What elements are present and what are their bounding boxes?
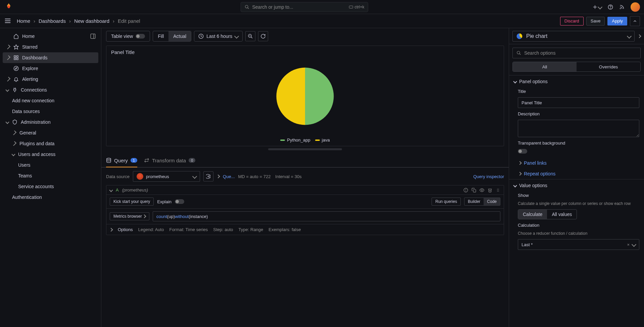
- nav-explore[interactable]: Explore: [3, 63, 98, 74]
- options-label[interactable]: Options: [118, 227, 133, 232]
- section-panel-links[interactable]: Panel links: [509, 158, 644, 168]
- clear-icon[interactable]: ×: [627, 242, 630, 247]
- nav-data-sources[interactable]: Data sources: [3, 106, 98, 117]
- save-button[interactable]: Save: [586, 17, 605, 25]
- nav-starred[interactable]: Starred: [3, 42, 98, 52]
- transparent-toggle[interactable]: [518, 149, 527, 154]
- datasource-settings-button[interactable]: [203, 171, 213, 181]
- menu-toggle-icon[interactable]: [4, 17, 12, 25]
- visualization-picker[interactable]: Pie chart: [512, 31, 635, 42]
- chevron-right-icon[interactable]: [109, 228, 113, 231]
- calculate-option[interactable]: Calculate: [518, 210, 547, 219]
- svg-point-24: [107, 158, 111, 159]
- nav-service-accounts[interactable]: Service accounts: [3, 181, 98, 192]
- time-range-picker[interactable]: Last 6 hours: [194, 31, 243, 42]
- nav-home[interactable]: Home: [3, 31, 98, 42]
- nav-plugins[interactable]: Plugins and data: [3, 138, 98, 149]
- nav-alerting[interactable]: Alerting: [3, 74, 98, 85]
- global-search[interactable]: Search or jump to... ctrl+k: [241, 2, 368, 12]
- database-icon: [106, 158, 111, 163]
- nav-users-access[interactable]: Users and access: [3, 149, 98, 160]
- options-search[interactable]: Search options: [512, 48, 641, 58]
- panel-toolbar: Table view Fill Actual Last 6 hours: [101, 28, 509, 44]
- kick-start-button[interactable]: Kick start your query: [110, 198, 154, 206]
- home-icon: [13, 34, 19, 39]
- duplicate-icon[interactable]: [472, 188, 476, 193]
- chevron-right-icon[interactable]: [637, 34, 641, 38]
- svg-point-34: [498, 190, 499, 190]
- eye-icon[interactable]: [480, 188, 484, 193]
- chevron-right-icon: [12, 141, 16, 146]
- breadcrumb-new-dashboard[interactable]: New dashboard: [74, 18, 109, 24]
- nav-add-connection[interactable]: Add new connection: [3, 95, 98, 106]
- show-toggle[interactable]: Calculate All values: [518, 209, 577, 219]
- all-values-option[interactable]: All values: [547, 210, 577, 219]
- legend-item[interactable]: Python_app: [280, 138, 310, 143]
- nav-connections[interactable]: Connections: [3, 85, 98, 95]
- query-inspector-link[interactable]: Query inspector: [473, 174, 504, 179]
- apply-button[interactable]: Apply: [607, 17, 627, 25]
- news-icon[interactable]: [619, 4, 625, 10]
- nav-administration[interactable]: Administration: [3, 117, 98, 127]
- builder-option[interactable]: Builder: [464, 198, 484, 205]
- tab-all[interactable]: All: [513, 62, 577, 71]
- undock-icon[interactable]: [88, 32, 98, 41]
- help-icon[interactable]: [463, 188, 468, 193]
- promql-input[interactable]: count(up) without(instance): [153, 211, 500, 221]
- exemplars-option: Exemplars: false: [268, 227, 301, 232]
- section-value-options[interactable]: Value options: [509, 179, 644, 192]
- que-link[interactable]: Que...: [223, 174, 235, 179]
- fill-actual-toggle[interactable]: Fill Actual: [153, 31, 191, 42]
- section-panel-options[interactable]: Panel options: [509, 75, 644, 88]
- query-hint: (prometheus): [122, 187, 148, 193]
- query-meta: MD = auto = 722 Interval = 30s: [238, 174, 302, 179]
- nav-general[interactable]: General: [3, 127, 98, 138]
- table-view-toggle[interactable]: Table view: [106, 31, 150, 42]
- add-menu[interactable]: [592, 4, 602, 10]
- actual-option[interactable]: Actual: [168, 31, 191, 41]
- datasource-label: Data source: [106, 174, 130, 179]
- drag-handle-icon[interactable]: [496, 188, 500, 193]
- tab-count: 0: [189, 158, 195, 163]
- datasource-name: prometheus: [146, 174, 169, 179]
- metrics-browser-button[interactable]: Metrics browser: [110, 212, 149, 220]
- breadcrumb-home[interactable]: Home: [17, 18, 30, 24]
- svg-line-1: [247, 7, 249, 9]
- trash-icon[interactable]: [488, 188, 492, 193]
- zoom-out-button[interactable]: [245, 31, 255, 41]
- tab-query[interactable]: Query 1: [106, 154, 137, 167]
- collapse-panel-icon[interactable]: [630, 16, 640, 26]
- grafana-logo-icon[interactable]: [4, 2, 13, 12]
- fill-option[interactable]: Fill: [153, 31, 168, 41]
- legend-item[interactable]: java: [315, 138, 330, 143]
- nav-teams[interactable]: Teams: [3, 170, 98, 181]
- legend-label: java: [322, 138, 330, 143]
- scrollbar[interactable]: [268, 148, 342, 150]
- breadcrumb-dashboards[interactable]: Dashboards: [39, 18, 66, 24]
- tab-overrides[interactable]: Overrides: [577, 62, 640, 71]
- calculation-select[interactable]: Last * ×: [518, 239, 639, 250]
- discard-button[interactable]: Discard: [560, 17, 584, 25]
- title-input[interactable]: [518, 97, 639, 108]
- section-repeat-options[interactable]: Repeat options: [509, 168, 644, 179]
- datasource-picker[interactable]: prometheus: [133, 171, 200, 182]
- svg-rect-17: [16, 58, 18, 60]
- chevron-down-icon: [632, 242, 636, 247]
- help-icon[interactable]: [608, 4, 613, 10]
- tab-transform[interactable]: Transform data 0: [144, 154, 195, 167]
- description-input[interactable]: [518, 120, 639, 137]
- chevron-down-icon[interactable]: [109, 188, 113, 192]
- code-option[interactable]: Code: [484, 198, 500, 205]
- chevron-down-icon: [192, 174, 197, 179]
- chevron-right-icon[interactable]: [216, 174, 220, 178]
- user-avatar[interactable]: [631, 2, 640, 12]
- nav-dashboards[interactable]: Dashboards: [3, 52, 98, 63]
- svg-point-28: [466, 191, 466, 191]
- nav-authentication[interactable]: Authentication: [3, 192, 98, 203]
- options-tabs[interactable]: All Overrides: [512, 62, 641, 72]
- run-queries-button[interactable]: Run queries: [432, 198, 461, 206]
- nav-users[interactable]: Users: [3, 160, 98, 170]
- explain-toggle[interactable]: [175, 199, 184, 204]
- refresh-button[interactable]: [258, 31, 268, 41]
- builder-code-toggle[interactable]: Builder Code: [464, 198, 500, 206]
